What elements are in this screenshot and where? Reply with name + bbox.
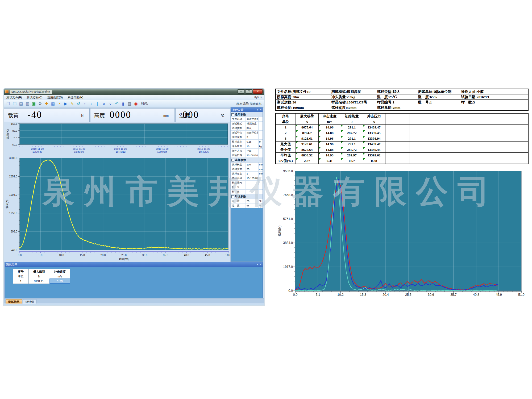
param-value[interactable]: 模拟高度 [246, 122, 259, 126]
data-cell: 291.1 [341, 125, 363, 130]
param-value[interactable]: 2016/4/20 [246, 153, 259, 157]
svg-text:2019-11-29: 2019-11-29 [31, 147, 44, 150]
screenshot-root: MB029C动态冲击疲劳试验系统 — ▢ ✕ 测试文件(F)测试控制(C)通用设… [0, 0, 532, 399]
param-value[interactable]: 100 [246, 163, 259, 167]
display-unit: ℃ [221, 114, 224, 118]
menu-bar: 测试文件(F)测试控制(C)通用设置(S)系统帮助(H) style ▾ [4, 95, 264, 100]
data-cell: 287.72 [341, 130, 363, 136]
close-panel-icon[interactable]: ✕ [260, 263, 262, 266]
return-icon[interactable]: ↶ [114, 101, 120, 107]
svg-text:83.3: 83.3 [13, 129, 18, 132]
param-name: 批 号 [231, 185, 246, 189]
param-value[interactable]: 国际单位制 [246, 131, 259, 135]
param-section-1[interactable]: −通用参数 [231, 112, 263, 117]
info-row: 测试次数:30样品名称:1000TLCP号样品编号:1批 号:1样 数:3 [276, 100, 528, 105]
report-panel: 文件名称:测试文件19测试模式:模拟高度试样类型:默认测试单位:国际单位制操作人… [275, 89, 528, 299]
param-value[interactable]: 测试文件1 [246, 117, 259, 121]
menu-item-1[interactable]: 测试文件(F) [4, 95, 24, 99]
svg-text:18:40:12: 18:40:12 [116, 150, 126, 153]
sensor-grid-icon[interactable]: ▦ [50, 101, 56, 107]
param-name: 文件名称 [231, 117, 246, 121]
data-row: 最大值9128.6114.96291.113439.47 [276, 142, 528, 147]
start-test-icon[interactable]: ▶ [63, 101, 69, 107]
svg-text:10.2: 10.2 [337, 293, 344, 297]
param-section-3[interactable]: −环境参数 [231, 194, 263, 199]
param-value[interactable]: 25 [246, 167, 259, 171]
menu-item-3[interactable]: 通用设置(S) [45, 95, 65, 99]
data-view-icon[interactable]: ▥ [126, 101, 133, 107]
data-row: 28704.714.88287.7213339.45 [276, 130, 528, 136]
reset-icon[interactable]: ↺ [75, 101, 82, 107]
param-section-2[interactable]: −试样参数 [231, 158, 263, 163]
info-cell: 试样宽度:30mm [330, 105, 376, 111]
report-info-table: 文件名称:测试文件19测试模式:模拟高度试样类型:默认测试单位:国际单位制操作人… [275, 89, 529, 111]
data-cell [481, 130, 505, 136]
param-value[interactable]: 小田 [246, 149, 259, 153]
info-cell: 样品名称:1000TLCP号 [330, 100, 376, 105]
close-panel-icon[interactable]: ✕ [260, 109, 262, 111]
collapse-icon[interactable]: − [231, 113, 234, 116]
svg-text:45.0: 45.0 [205, 254, 210, 257]
settings-gear-icon[interactable]: ⚙ [37, 101, 43, 107]
style-dropdown[interactable]: style ▾ [254, 95, 262, 99]
param-value[interactable]: 15-185钢丝带 [246, 176, 259, 180]
param-row: 试样类型默认 [231, 126, 263, 131]
calibration-icon[interactable]: ✚ [43, 101, 50, 107]
collapse-icon[interactable]: − [231, 159, 234, 161]
param-row: 样 数 [231, 190, 263, 194]
param-value[interactable]: 1 [246, 172, 259, 176]
param-unit [259, 185, 263, 189]
svg-text:-50.0: -50.0 [11, 143, 17, 146]
param-name: 温 度 [231, 199, 246, 203]
param-value[interactable] [246, 181, 259, 185]
data-cell: 13439.47 [363, 142, 385, 147]
svg-text:2552.0: 2552.0 [9, 175, 17, 178]
svg-text:16.7: 16.7 [13, 136, 18, 139]
move-down-icon[interactable]: ↓ [88, 101, 94, 107]
window-title: MB029C动态冲击疲劳试验系统 [10, 90, 52, 94]
power-icon[interactable]: ◉ [133, 101, 139, 107]
result-panel-titlebar: 测试结果 ▾ ✕ [5, 262, 263, 267]
lock-icon[interactable]: ▮ [120, 101, 126, 107]
jog-down-icon[interactable]: ∨ [107, 101, 114, 107]
minimize-button[interactable]: — [238, 89, 245, 94]
result-cell: 1 [13, 279, 29, 284]
param-row: 测试模式模拟高度 [231, 122, 263, 126]
clean-icon[interactable]: ✎ [69, 101, 75, 107]
svg-text:5751.0: 5751.0 [283, 217, 293, 221]
param-value[interactable] [246, 190, 259, 194]
app-icon [5, 90, 9, 93]
param-value[interactable]: 65 [246, 203, 259, 208]
export-icon[interactable]: ▥ [24, 101, 31, 107]
svg-text:35.0: 35.0 [163, 254, 168, 257]
data-cell: 最大值 [276, 142, 296, 147]
move-up-icon[interactable]: ↑ [82, 101, 88, 107]
new-file-icon[interactable]: ❏ [5, 101, 11, 107]
collapse-icon[interactable]: − [231, 195, 234, 198]
pin-icon[interactable]: ▾ [257, 109, 258, 111]
param-value[interactable]: 25 [246, 199, 259, 203]
open-file-icon[interactable]: ❐ [11, 101, 18, 107]
param-section-label: 通用参数 [235, 113, 246, 117]
menu-item-2[interactable]: 测试控制(C) [24, 95, 45, 99]
param-value[interactable]: 0.15 [246, 140, 259, 144]
menu-item-4[interactable]: 系统帮助(H) [65, 95, 86, 99]
data-cell: 13339.45 [363, 147, 385, 153]
data-cell: 13339.45 [363, 130, 385, 136]
pin-icon[interactable]: ▾ [257, 263, 258, 266]
svg-text:1256.0: 1256.0 [9, 212, 17, 215]
close-button[interactable]: ✕ [253, 89, 263, 94]
toolbar: ❏❐▤▥▣⚙✚▦◔▶✎↺↑↓∥∧∨↶▮▥◉ 时间: [4, 100, 264, 107]
svg-text:7668.0: 7668.0 [283, 193, 293, 197]
maximize-button[interactable]: ▢ [245, 89, 252, 94]
param-row: 试样宽度25mm [231, 167, 263, 172]
device-check-icon[interactable]: ▣ [31, 101, 37, 107]
pause-icon[interactable]: ∥ [94, 101, 101, 107]
param-value[interactable]: 10 [246, 144, 259, 148]
save-icon[interactable]: ▤ [18, 101, 24, 107]
param-value[interactable]: 5 [246, 135, 259, 139]
timer-icon[interactable]: ◔ [56, 101, 63, 107]
jog-up-icon[interactable]: ∧ [101, 101, 107, 107]
param-value[interactable]: 默认 [246, 126, 259, 130]
param-value[interactable] [246, 185, 259, 189]
